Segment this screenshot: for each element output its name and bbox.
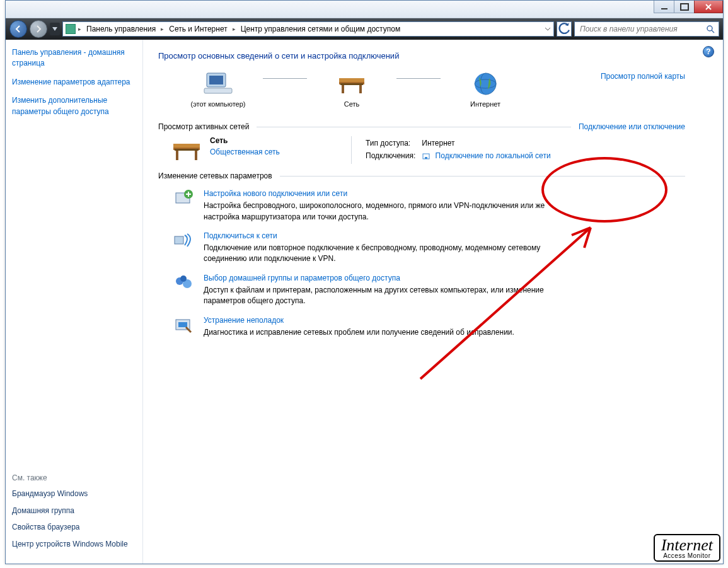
search-box[interactable] <box>574 21 719 37</box>
svg-rect-2 <box>209 76 223 84</box>
see-also-firewall[interactable]: Брандмауэр Windows <box>12 489 136 499</box>
troubleshoot-icon <box>173 316 195 335</box>
task-connect-network-desc: Подключение или повторное подключение к … <box>204 243 564 265</box>
watermark-line1: Internet <box>661 538 713 552</box>
chevron-right-icon: ▸ <box>233 26 236 32</box>
forward-button[interactable] <box>30 20 47 38</box>
minimize-button[interactable] <box>654 1 674 13</box>
node-internet-label: Интернет <box>470 100 500 108</box>
computer-icon <box>203 71 233 97</box>
task-homegroup-sharing-desc: Доступ к файлам и принтерам, расположенн… <box>204 285 564 307</box>
svg-rect-13 <box>176 150 178 160</box>
svg-rect-17 <box>425 157 427 159</box>
back-button[interactable] <box>9 20 27 38</box>
homegroup-icon <box>173 274 195 293</box>
chevron-right-icon: ▸ <box>78 26 81 32</box>
section-active-networks: Просмотр активных сетей <box>158 122 249 131</box>
svg-point-23 <box>180 275 187 282</box>
network-center-icon <box>66 24 76 34</box>
task-homegroup-sharing[interactable]: Выбор домашней группы и параметров общег… <box>204 274 400 282</box>
svg-point-0 <box>707 26 712 31</box>
task-new-connection-desc: Настройка беспроводного, широкополосного… <box>204 200 564 223</box>
watermark-logo: Internet Access Monitor <box>654 534 720 562</box>
navbar: ▸ Панель управления ▸ Сеть и Интернет ▸ … <box>6 18 723 40</box>
bench-icon <box>337 71 367 97</box>
svg-rect-6 <box>342 84 344 93</box>
svg-rect-8 <box>340 83 363 85</box>
task-new-connection[interactable]: Настройка нового подключения или сети <box>204 189 347 198</box>
task-troubleshoot[interactable]: Устранение неполадок <box>204 316 284 325</box>
sidebar: Панель управления - домашняя страница Из… <box>6 40 143 564</box>
connect-network-icon <box>173 231 195 250</box>
see-also-mobile[interactable]: Центр устройств Windows Mobile <box>12 539 136 550</box>
svg-rect-7 <box>359 84 362 93</box>
node-network-label: Сеть <box>344 100 359 108</box>
help-icon[interactable]: ? <box>703 46 714 57</box>
refresh-button[interactable] <box>557 21 572 37</box>
sidebar-link-adapters[interactable]: Изменение параметров адаптера <box>12 77 136 88</box>
address-bar[interactable]: ▸ Панель управления ▸ Сеть и Интернет ▸ … <box>62 21 554 37</box>
maximize-button[interactable] <box>674 1 695 13</box>
close-button[interactable] <box>694 1 723 13</box>
breadcrumb[interactable]: Панель управления <box>84 23 158 35</box>
task-connect-network[interactable]: Подключиться к сети <box>204 231 277 240</box>
network-type-link[interactable]: Общественная сеть <box>210 148 280 156</box>
svg-rect-15 <box>175 149 199 151</box>
svg-rect-4 <box>339 78 364 82</box>
label-connections: Подключения: <box>366 150 420 162</box>
see-also-browser[interactable]: Свойства браузера <box>12 522 136 533</box>
watermark-line2: Access Monitor <box>661 552 713 559</box>
search-icon <box>706 25 715 33</box>
sidebar-link-home[interactable]: Панель управления - домашняя страница <box>12 47 136 69</box>
chevron-down-icon[interactable] <box>545 26 551 32</box>
breadcrumb[interactable]: Центр управления сетями и общим доступом <box>238 23 403 35</box>
connect-disconnect-link[interactable]: Подключение или отключение <box>579 122 685 131</box>
page-title: Просмотр основных сведений о сети и наст… <box>158 51 710 61</box>
see-also-header: См. также <box>12 473 136 482</box>
active-network-name: Сеть <box>210 136 280 145</box>
chevron-right-icon: ▸ <box>161 26 164 32</box>
history-dropdown[interactable] <box>50 23 60 35</box>
connection-line-icon <box>263 71 307 86</box>
search-input[interactable] <box>579 24 706 34</box>
node-this-pc-label: (этот компьютер) <box>190 100 245 108</box>
globe-icon <box>470 71 500 97</box>
titlebar <box>6 1 723 18</box>
svg-rect-14 <box>195 150 197 160</box>
value-access-type: Интернет <box>422 137 555 149</box>
section-change-settings: Изменение сетевых параметров <box>158 171 272 180</box>
breadcrumb[interactable]: Сеть и Интернет <box>166 23 229 35</box>
task-troubleshoot-desc: Диагностика и исправление сетевых пробле… <box>204 327 514 338</box>
svg-rect-11 <box>173 144 200 148</box>
svg-rect-25 <box>178 322 187 327</box>
window-frame: ▸ Панель управления ▸ Сеть и Интернет ▸ … <box>5 0 724 564</box>
connection-line-icon <box>396 71 441 86</box>
view-full-map-link[interactable]: Просмотр полной карты <box>601 72 685 81</box>
see-also-homegroup[interactable]: Домашняя группа <box>12 506 136 516</box>
content-area: ? Просмотр основных сведений о сети и на… <box>143 40 723 564</box>
ethernet-icon <box>422 152 430 161</box>
label-access-type: Тип доступа: <box>366 137 420 149</box>
sidebar-link-sharing[interactable]: Изменить дополнительные параметры общего… <box>12 95 136 117</box>
svg-rect-3 <box>204 88 232 93</box>
lan-connection-link[interactable]: Подключение по локальной сети <box>436 151 551 160</box>
new-connection-icon <box>173 189 195 208</box>
svg-rect-20 <box>175 236 183 244</box>
bench-icon <box>171 136 202 164</box>
